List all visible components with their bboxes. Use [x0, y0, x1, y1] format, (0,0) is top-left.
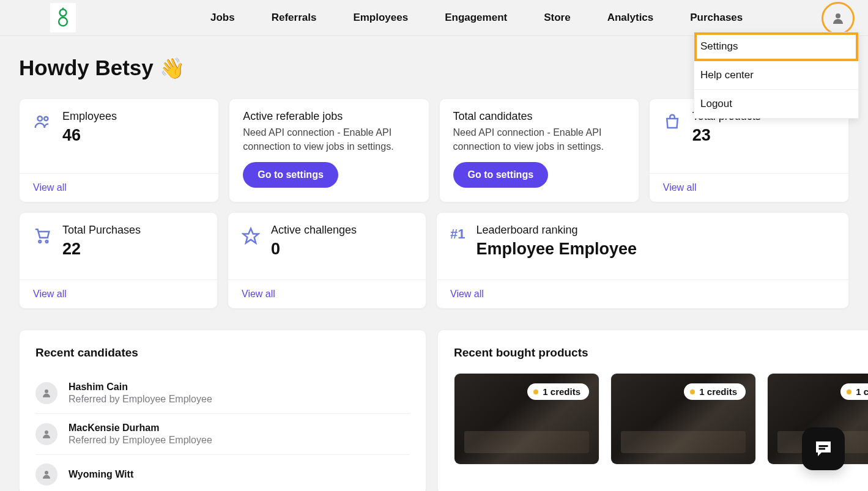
svg-point-0 [60, 9, 67, 16]
card-active-jobs: Active referable jobs Need API connectio… [229, 98, 429, 202]
app-header: Jobs Referrals Employees Engagement Stor… [0, 0, 868, 36]
view-all-link[interactable]: View all [242, 289, 275, 299]
nav-analytics[interactable]: Analytics [589, 12, 672, 24]
card-title: Total candidates [453, 110, 625, 123]
candidate-item[interactable]: MacKensie Durham Referred by Employee Em… [35, 414, 410, 455]
app-logo[interactable] [50, 3, 76, 32]
svg-point-11 [45, 471, 48, 474]
view-all-link[interactable]: View all [663, 182, 697, 193]
wave-emoji-icon: 👋 [160, 56, 185, 80]
dropdown-logout[interactable]: Logout [694, 90, 858, 118]
stats-row-2: Total Purchases 22 View all Active chall… [19, 212, 849, 309]
card-description: Need API connection - Enable API connect… [453, 125, 625, 153]
product-image: 1 credits [454, 374, 599, 464]
card-value: 0 [271, 239, 357, 259]
svg-point-3 [836, 13, 840, 18]
nav-jobs[interactable]: Jobs [192, 12, 253, 24]
nav-engagement[interactable]: Engagement [426, 12, 525, 24]
cart-icon [33, 226, 51, 245]
recent-candidates-panel: Recent candidates Hashim Cain Referred b… [19, 330, 426, 491]
svg-point-5 [44, 117, 48, 120]
go-to-settings-button[interactable]: Go to settings [243, 162, 338, 188]
panel-title: Recent bought products [454, 346, 868, 360]
card-value: 22 [62, 239, 141, 259]
credit-dot-icon [533, 389, 538, 394]
main-nav: Jobs Referrals Employees Engagement Stor… [192, 12, 761, 24]
chat-icon [812, 438, 834, 460]
person-icon [35, 423, 57, 445]
card-value: 46 [62, 125, 117, 145]
logo-icon [56, 7, 70, 28]
profile-dropdown: Settings Help center Logout [694, 32, 859, 119]
card-title: Employees [62, 110, 117, 123]
candidate-name: Hashim Cain [69, 382, 212, 393]
svg-rect-12 [819, 445, 828, 447]
go-to-settings-button[interactable]: Go to settings [453, 162, 549, 188]
svg-rect-13 [819, 448, 826, 450]
svg-point-9 [45, 389, 48, 393]
star-icon [242, 226, 260, 245]
card-value: Employee Employee [476, 239, 637, 259]
svg-point-6 [39, 240, 41, 243]
recent-products-panel: Recent bought products 1 credits 1 credi… [437, 330, 868, 491]
credits-badge: 1 credits [684, 383, 746, 400]
panel-title: Recent candidates [35, 346, 410, 360]
candidate-name: MacKensie Durham [69, 423, 212, 434]
product-card[interactable]: 1 credits [454, 373, 599, 465]
card-title: Total Purchases [62, 224, 141, 237]
card-total-candidates: Total candidates Need API connection - E… [439, 98, 639, 202]
candidate-referrer: Referred by Employee Employee [69, 435, 212, 446]
credits-text: 1 credits [543, 386, 581, 397]
person-icon [830, 10, 846, 26]
dropdown-settings[interactable]: Settings [694, 32, 858, 61]
candidate-name: Wyoming Witt [69, 469, 133, 480]
candidate-item[interactable]: Wyoming Witt [35, 455, 410, 491]
card-title: Leaderboard ranking [476, 224, 637, 237]
chat-widget-button[interactable] [802, 427, 845, 470]
card-value: 23 [692, 125, 761, 145]
svg-point-10 [45, 430, 48, 434]
person-icon [35, 463, 57, 485]
people-icon [33, 113, 51, 131]
credit-dot-icon [690, 389, 695, 394]
nav-employees[interactable]: Employees [335, 12, 426, 24]
card-title: Active challenges [271, 224, 357, 237]
svg-marker-8 [243, 229, 259, 243]
card-leaderboard: #1 Leaderboard ranking Employee Employee… [436, 212, 849, 309]
credits-text: 1 credits [699, 386, 737, 397]
svg-point-7 [46, 240, 48, 243]
page-greeting: Howdy Betsy 👋 [19, 56, 185, 80]
person-icon [35, 382, 57, 404]
nav-referrals[interactable]: Referrals [253, 12, 335, 24]
svg-point-4 [38, 116, 43, 121]
credits-badge: 1 credits [840, 383, 868, 400]
dropdown-help[interactable]: Help center [694, 61, 858, 90]
bag-icon [663, 113, 681, 131]
view-all-link[interactable]: View all [33, 289, 67, 299]
credit-dot-icon [847, 389, 851, 394]
view-all-link[interactable]: View all [33, 182, 67, 193]
nav-purchases[interactable]: Purchases [672, 12, 761, 24]
candidate-referrer: Referred by Employee Employee [69, 394, 212, 405]
svg-point-1 [59, 18, 67, 26]
candidate-item[interactable]: Hashim Cain Referred by Employee Employe… [35, 373, 410, 414]
card-description: Need API connection - Enable API connect… [243, 125, 415, 153]
rank-icon: #1 [450, 226, 465, 279]
card-employees: Employees 46 View all [19, 98, 219, 202]
card-active-challenges: Active challenges 0 View all [228, 212, 426, 309]
credits-badge: 1 credits [527, 383, 589, 400]
card-title: Active referable jobs [243, 110, 415, 123]
product-image: 1 credits [611, 374, 755, 464]
bottom-panels: Recent candidates Hashim Cain Referred b… [19, 330, 849, 491]
product-card[interactable]: 1 credits [610, 373, 756, 465]
nav-store[interactable]: Store [525, 12, 588, 24]
credits-text: 1 credits [856, 386, 868, 397]
greeting-text: Howdy Betsy [19, 56, 154, 80]
view-all-link[interactable]: View all [450, 289, 484, 299]
card-total-purchases: Total Purchases 22 View all [19, 212, 218, 309]
profile-avatar-button[interactable] [822, 2, 855, 35]
